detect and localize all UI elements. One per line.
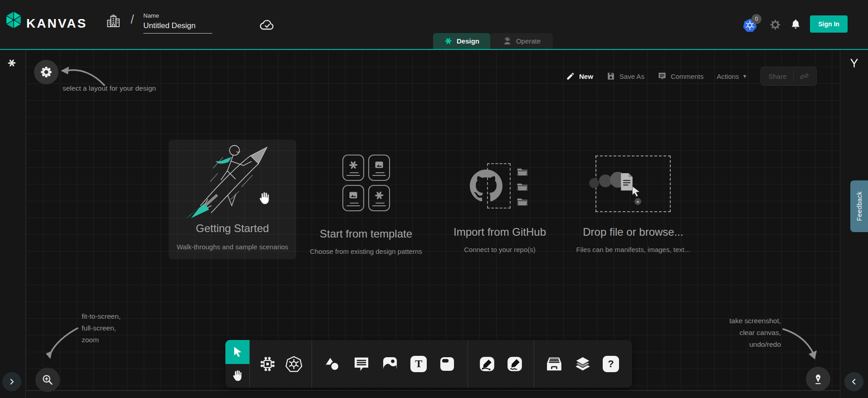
share-button[interactable]: Share xyxy=(761,67,817,86)
kubernetes-count-badge: 0 xyxy=(751,14,761,24)
tab-operate-label: Operate xyxy=(516,37,541,45)
design-name-input[interactable]: Untitled Design xyxy=(143,21,212,34)
layers-tool-button[interactable] xyxy=(574,355,591,373)
shapes-icon xyxy=(324,355,341,373)
bottom-right-hint-arrow xyxy=(777,323,822,365)
pen-path-icon xyxy=(478,355,496,373)
design-name-field: Name Untitled Design xyxy=(143,12,212,34)
annotation-pen-button[interactable] xyxy=(806,367,830,391)
hint-fit-to-screen: fit-to-screen, xyxy=(82,311,121,322)
note-tool-button[interactable] xyxy=(439,355,456,373)
image-thumb-icon xyxy=(374,160,385,170)
tab-design[interactable]: Design xyxy=(433,33,490,49)
bottom-left-hint-arrow xyxy=(42,322,85,364)
hint-clear-canvas: clear canvas, xyxy=(699,327,781,339)
comment-tool-button[interactable] xyxy=(353,355,370,373)
chevron-left-icon xyxy=(850,378,858,386)
drop-title: Drop file or browse... xyxy=(583,226,683,238)
kanvas-logo-icon[interactable] xyxy=(5,11,23,29)
pointer-tools xyxy=(225,340,249,388)
layout-hint-text: select a layout for your design xyxy=(63,84,212,92)
drop-bubble xyxy=(589,178,599,188)
feedback-tab[interactable]: Feedback xyxy=(850,180,868,232)
component-tool-button[interactable] xyxy=(259,355,276,373)
cursor-arrow-icon xyxy=(232,346,244,358)
canvas-toolbar: New Save As Comments Actions xyxy=(566,66,817,86)
comments-button[interactable]: Comments xyxy=(658,72,704,81)
caret-down-icon: ▼ xyxy=(742,73,747,79)
component-chip-icon xyxy=(259,355,276,373)
collapse-right-panel-button[interactable] xyxy=(844,372,863,391)
image-tool-button[interactable] xyxy=(381,355,399,373)
card-drop-file[interactable]: + Drop file or browse... Files can be ma… xyxy=(558,155,708,253)
sign-in-button[interactable]: Sign In xyxy=(810,15,848,33)
drop-cursor-icon xyxy=(630,185,642,198)
operate-headset-icon xyxy=(502,36,512,46)
kanvas-app: KANVAS / Name Untitled Design 0 xyxy=(0,0,868,398)
save-as-label: Save As xyxy=(619,73,644,80)
drop-zone-graphic: + xyxy=(595,155,671,212)
card-import-github[interactable]: Import from GitHub Connect to your repo(… xyxy=(432,163,568,253)
cloud-saved-icon xyxy=(259,17,276,32)
design-canvas[interactable]: select a layout for your design New Save… xyxy=(26,50,840,391)
new-button[interactable]: New xyxy=(566,72,593,81)
select-tool-button[interactable] xyxy=(225,340,249,364)
hint-screenshot: take screenshot, xyxy=(699,315,781,327)
misc-tools-group: ? xyxy=(534,340,630,388)
image-thumb-icon xyxy=(348,190,359,201)
infra-tools-group xyxy=(249,340,312,388)
draw-tools-group xyxy=(468,340,534,388)
repo-folder-icon xyxy=(515,181,530,193)
chevron-right-icon xyxy=(8,378,16,386)
github-subtitle: Connect to your repo(s) xyxy=(464,246,536,253)
mode-tabs: Design Operate xyxy=(433,33,553,49)
hint-full-screen: full-screen, xyxy=(82,322,121,334)
template-subtitle: Choose from existing design patterns xyxy=(310,248,422,255)
kubernetes-wheel-icon xyxy=(285,355,302,373)
template-tile xyxy=(342,185,364,211)
tab-operate[interactable]: Operate xyxy=(490,33,553,49)
github-graphic xyxy=(470,163,530,211)
drawer-tool-button[interactable] xyxy=(546,355,563,373)
expand-left-panel-button[interactable] xyxy=(2,372,21,391)
template-tile xyxy=(368,155,390,181)
text-tool-button[interactable]: T xyxy=(410,356,427,372)
drawer-icon xyxy=(546,355,563,373)
card-start-from-template[interactable]: Start from template Choose from existing… xyxy=(298,155,434,255)
pan-tool-button[interactable] xyxy=(225,364,249,388)
card-getting-started[interactable]: Getting Started Walk-throughs and sample… xyxy=(169,140,296,259)
canvas-top-accent xyxy=(0,49,868,50)
shapes-tool-button[interactable] xyxy=(324,355,341,373)
kubernetes-tool-button[interactable] xyxy=(285,355,302,373)
brand-name: KANVAS xyxy=(26,16,87,31)
help-tool-button[interactable]: ? xyxy=(603,356,619,372)
meshery-spiral-icon[interactable] xyxy=(7,58,17,68)
comments-icon xyxy=(658,72,667,81)
magnifier-plus-icon xyxy=(41,374,54,386)
save-as-button[interactable]: Save As xyxy=(606,72,644,81)
notifications-bell-icon[interactable] xyxy=(790,18,801,30)
hand-pan-icon xyxy=(231,369,244,382)
settings-gear-icon[interactable] xyxy=(770,19,781,30)
hint-zoom: zoom xyxy=(82,334,121,346)
github-octocat-icon xyxy=(470,170,502,202)
pen-tool-button[interactable] xyxy=(478,355,496,373)
sketch-tool-button[interactable] xyxy=(506,355,523,373)
github-title: Import from GitHub xyxy=(454,226,546,238)
image-icon xyxy=(381,355,399,373)
pen-nib-icon xyxy=(812,373,824,385)
getting-started-subtitle: Walk-throughs and sample scenarios xyxy=(169,243,296,251)
layout-selector-button[interactable] xyxy=(34,60,59,84)
spiral-thumb-icon xyxy=(348,160,359,170)
text-tool-glyph: T xyxy=(415,358,422,370)
pencil-sketch-icon xyxy=(506,355,523,373)
organization-icon[interactable] xyxy=(106,12,121,30)
feedback-label: Feedback xyxy=(856,191,863,221)
zoom-control-button[interactable] xyxy=(35,368,60,392)
hint-undo-redo: undo/redo xyxy=(699,339,781,350)
actions-dropdown[interactable]: Actions ▼ xyxy=(717,73,747,80)
save-floppy-icon xyxy=(606,72,615,81)
y-logo-icon[interactable] xyxy=(848,57,861,71)
share-label: Share xyxy=(769,73,787,80)
layout-flower-icon xyxy=(40,66,53,78)
